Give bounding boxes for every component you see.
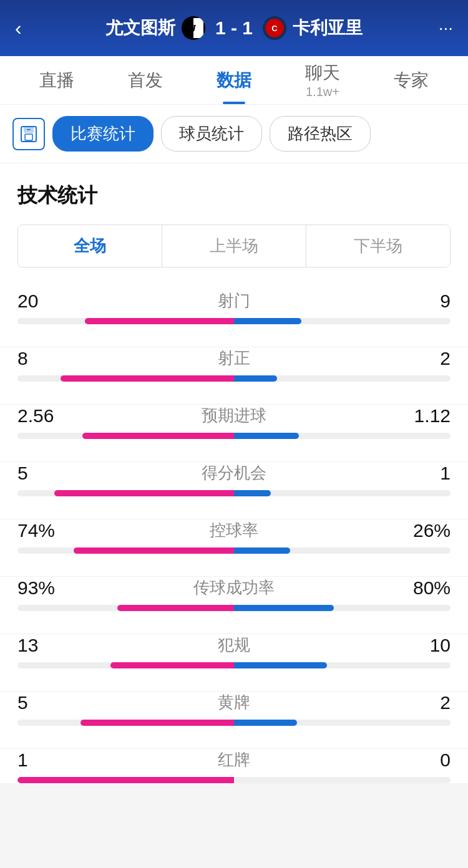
stat-name: 射正 [80,347,388,369]
bar-right [234,605,334,611]
stat-left-value: 8 [17,348,80,369]
save-icon[interactable] [12,118,45,150]
stat-bars [17,662,451,668]
stat-right-value: 9 [388,291,451,312]
bar-right [234,662,327,668]
bar-right [234,720,297,726]
bar-left [80,720,234,726]
stat-left-value: 20 [17,291,80,312]
stat-bars [17,318,451,324]
stat-row: 5 黄牌 2 [17,692,451,726]
bar-right [234,318,301,324]
chat-badge: 1.1w+ [306,85,339,99]
stat-left-value: 5 [17,692,80,713]
stat-right-value: 10 [388,635,451,656]
stat-left-value: 2.56 [17,405,80,427]
bar-left [110,662,234,668]
match-title: 尤文图斯 J 1 - 1 C 卡利亚里 [42,16,426,40]
stat-right-value: 26% [388,520,451,541]
stat-row: 2.56 预期进球 1.12 [17,405,451,439]
stat-name: 传球成功率 [80,577,388,599]
match-score: 1 - 1 [215,17,253,39]
sub-navigation: 比赛统计 球员统计 路径热区 [0,105,468,163]
home-team-logo: J [182,16,205,40]
bar-right [234,433,299,439]
svg-rect-9 [27,129,31,130]
stat-name: 预期进球 [80,405,388,427]
away-team-logo: C [263,16,286,40]
bar-left [54,490,234,496]
bar-left [74,547,234,554]
stat-bars [17,490,451,496]
back-button[interactable]: ‹ [15,17,42,40]
stat-left-value: 74% [17,520,80,541]
svg-text:C: C [271,24,278,33]
main-content: 技术统计 全场 上半场 下半场 20 射门 9 8 射正 2 2.56 预期进球 [0,163,468,783]
stat-bars [17,605,451,611]
stat-row: 8 射正 2 [17,347,451,382]
bar-left [117,605,234,611]
stat-name: 控球率 [80,519,388,541]
period-first[interactable]: 上半场 [162,225,306,267]
stat-right-value: 0 [388,750,451,771]
svg-rect-8 [25,134,32,140]
stat-bars [17,433,451,439]
stat-row: 93% 传球成功率 80% [17,577,451,611]
bar-left [17,777,234,783]
stat-left-value: 13 [17,635,80,656]
bar-right [234,547,290,554]
bar-right [234,375,277,382]
heatmap-btn[interactable]: 路径热区 [270,116,371,152]
tab-data[interactable]: 数据 [190,56,278,104]
period-full[interactable]: 全场 [18,225,162,267]
stat-name: 黄牌 [80,692,388,713]
bar-left [82,433,234,439]
bar-left [85,318,234,324]
stat-row: 1 红牌 0 [17,749,451,783]
match-stats-btn[interactable]: 比赛统计 [52,116,154,152]
stat-bars [17,777,451,783]
stat-name: 红牌 [80,749,388,771]
section-title: 技术统计 [17,182,451,210]
stat-name: 得分机会 [80,462,388,484]
stat-bars [17,547,451,554]
svg-text:J: J [190,23,197,34]
stat-right-value: 2 [388,692,451,713]
stat-right-value: 2 [388,348,451,369]
tab-chat[interactable]: 聊天 1.1w+ [278,56,367,104]
period-second[interactable]: 下半场 [306,225,450,267]
tab-expert[interactable]: 专家 [367,56,456,104]
bar-right [234,490,271,496]
stat-row: 20 射门 9 [17,290,451,324]
tab-live[interactable]: 直播 [12,56,101,104]
header: ‹ 尤文图斯 J 1 - 1 C 卡利亚里 ··· [0,0,468,56]
stat-name: 射门 [80,290,388,312]
away-team-name: 卡利亚里 [293,16,363,40]
stat-right-value: 1 [388,463,451,484]
stat-bars [17,375,451,382]
more-button[interactable]: ··· [426,18,453,38]
stat-right-value: 80% [388,577,451,599]
stat-row: 5 得分机会 1 [17,462,451,496]
period-selector: 全场 上半场 下半场 [17,224,451,268]
player-stats-btn[interactable]: 球员统计 [161,116,262,152]
home-team-name: 尤文图斯 [105,16,175,40]
stats-container: 20 射门 9 8 射正 2 2.56 预期进球 1.12 5 [17,290,451,783]
stat-name: 犯规 [80,634,388,656]
stat-left-value: 1 [17,750,80,771]
tab-navigation: 直播 首发 数据 聊天 1.1w+ 专家 [0,56,468,105]
bar-left [61,375,234,382]
stat-row: 74% 控球率 26% [17,519,451,554]
stat-right-value: 1.12 [388,405,451,427]
stat-row: 13 犯规 10 [17,634,451,668]
stat-left-value: 5 [17,463,80,484]
stat-bars [17,720,451,726]
stat-left-value: 93% [17,577,80,599]
tab-lineup[interactable]: 首发 [101,56,190,104]
